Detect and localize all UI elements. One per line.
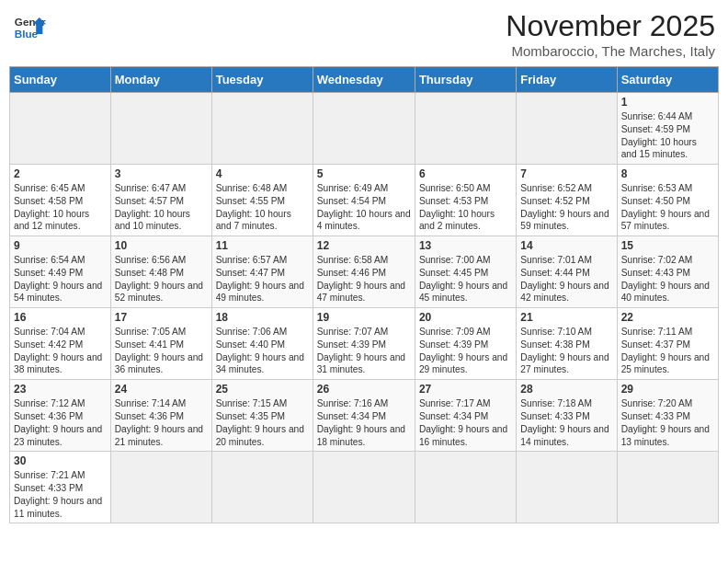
calendar-cell: 16Sunrise: 7:04 AM Sunset: 4:42 PM Dayli… bbox=[10, 308, 111, 380]
day-number: 23 bbox=[14, 383, 107, 396]
day-number: 8 bbox=[621, 167, 714, 180]
calendar-cell: 2Sunrise: 6:45 AM Sunset: 4:58 PM Daylig… bbox=[10, 165, 111, 236]
calendar-week-4: 16Sunrise: 7:04 AM Sunset: 4:42 PM Dayli… bbox=[10, 308, 719, 380]
calendar-cell bbox=[517, 452, 617, 523]
day-number: 15 bbox=[621, 239, 714, 252]
calendar-cell bbox=[10, 93, 111, 165]
calendar-cell: 10Sunrise: 6:56 AM Sunset: 4:48 PM Dayli… bbox=[110, 236, 211, 308]
day-number: 26 bbox=[317, 383, 411, 396]
location-subtitle: Mombaroccio, The Marches, Italy bbox=[506, 43, 715, 59]
calendar-cell bbox=[313, 452, 415, 523]
day-content: Sunrise: 6:47 AM Sunset: 4:57 PM Dayligh… bbox=[115, 182, 208, 233]
day-number: 2 bbox=[14, 167, 107, 180]
calendar-cell: 13Sunrise: 7:00 AM Sunset: 4:45 PM Dayli… bbox=[415, 236, 516, 308]
calendar-table: SundayMondayTuesdayWednesdayThursdayFrid… bbox=[9, 66, 719, 523]
day-number: 16 bbox=[14, 311, 107, 324]
title-area: November 2025 Mombaroccio, The Marches, … bbox=[506, 9, 715, 59]
calendar-cell bbox=[415, 93, 516, 165]
day-content: Sunrise: 6:50 AM Sunset: 4:53 PM Dayligh… bbox=[419, 182, 512, 233]
day-number: 28 bbox=[520, 383, 612, 396]
calendar-cell: 19Sunrise: 7:07 AM Sunset: 4:39 PM Dayli… bbox=[313, 308, 415, 380]
calendar-week-6: 30Sunrise: 7:21 AM Sunset: 4:33 PM Dayli… bbox=[10, 452, 719, 523]
day-content: Sunrise: 6:54 AM Sunset: 4:49 PM Dayligh… bbox=[14, 254, 107, 304]
day-content: Sunrise: 7:15 AM Sunset: 4:35 PM Dayligh… bbox=[216, 397, 309, 448]
calendar-cell: 9Sunrise: 6:54 AM Sunset: 4:49 PM Daylig… bbox=[10, 236, 111, 308]
day-content: Sunrise: 6:52 AM Sunset: 4:52 PM Dayligh… bbox=[520, 182, 612, 233]
day-content: Sunrise: 7:04 AM Sunset: 4:42 PM Dayligh… bbox=[14, 326, 107, 376]
day-content: Sunrise: 6:45 AM Sunset: 4:58 PM Dayligh… bbox=[14, 182, 107, 233]
weekday-header-saturday: Saturday bbox=[617, 67, 718, 93]
calendar-cell: 17Sunrise: 7:05 AM Sunset: 4:41 PM Dayli… bbox=[110, 308, 211, 380]
day-number: 10 bbox=[115, 239, 208, 252]
day-content: Sunrise: 7:02 AM Sunset: 4:43 PM Dayligh… bbox=[621, 254, 714, 304]
day-content: Sunrise: 7:18 AM Sunset: 4:33 PM Dayligh… bbox=[520, 397, 612, 448]
calendar-cell bbox=[415, 452, 516, 523]
calendar-cell bbox=[617, 452, 718, 523]
logo-icon: General Blue bbox=[13, 9, 46, 42]
day-number: 21 bbox=[520, 311, 612, 324]
weekday-header-monday: Monday bbox=[110, 67, 211, 93]
calendar-week-3: 9Sunrise: 6:54 AM Sunset: 4:49 PM Daylig… bbox=[10, 236, 719, 308]
day-number: 5 bbox=[317, 167, 411, 180]
day-content: Sunrise: 7:16 AM Sunset: 4:34 PM Dayligh… bbox=[317, 397, 411, 448]
day-number: 24 bbox=[115, 383, 208, 396]
calendar-cell: 23Sunrise: 7:12 AM Sunset: 4:36 PM Dayli… bbox=[10, 380, 111, 452]
weekday-header-tuesday: Tuesday bbox=[211, 67, 313, 93]
calendar-cell: 15Sunrise: 7:02 AM Sunset: 4:43 PM Dayli… bbox=[617, 236, 718, 308]
day-number: 13 bbox=[419, 239, 512, 252]
calendar-cell: 12Sunrise: 6:58 AM Sunset: 4:46 PM Dayli… bbox=[313, 236, 415, 308]
calendar-week-5: 23Sunrise: 7:12 AM Sunset: 4:36 PM Dayli… bbox=[10, 380, 719, 452]
calendar-cell: 8Sunrise: 6:53 AM Sunset: 4:50 PM Daylig… bbox=[617, 165, 718, 236]
day-content: Sunrise: 6:48 AM Sunset: 4:55 PM Dayligh… bbox=[216, 182, 309, 233]
calendar-cell: 5Sunrise: 6:49 AM Sunset: 4:54 PM Daylig… bbox=[313, 165, 415, 236]
day-number: 1 bbox=[621, 96, 714, 109]
weekday-header-sunday: Sunday bbox=[10, 67, 111, 93]
weekday-header-wednesday: Wednesday bbox=[313, 67, 415, 93]
calendar-cell: 18Sunrise: 7:06 AM Sunset: 4:40 PM Dayli… bbox=[211, 308, 313, 380]
day-number: 12 bbox=[317, 239, 411, 252]
calendar-week-2: 2Sunrise: 6:45 AM Sunset: 4:58 PM Daylig… bbox=[10, 165, 719, 236]
day-number: 18 bbox=[216, 311, 309, 324]
day-content: Sunrise: 7:09 AM Sunset: 4:39 PM Dayligh… bbox=[419, 326, 512, 376]
calendar-cell: 21Sunrise: 7:10 AM Sunset: 4:38 PM Dayli… bbox=[517, 308, 617, 380]
calendar-cell: 22Sunrise: 7:11 AM Sunset: 4:37 PM Dayli… bbox=[617, 308, 718, 380]
day-content: Sunrise: 7:21 AM Sunset: 4:33 PM Dayligh… bbox=[14, 469, 107, 520]
day-content: Sunrise: 6:57 AM Sunset: 4:47 PM Dayligh… bbox=[216, 254, 309, 304]
day-number: 22 bbox=[621, 311, 714, 324]
calendar-cell: 14Sunrise: 7:01 AM Sunset: 4:44 PM Dayli… bbox=[517, 236, 617, 308]
day-number: 30 bbox=[14, 454, 107, 467]
day-content: Sunrise: 6:44 AM Sunset: 4:59 PM Dayligh… bbox=[621, 110, 714, 161]
calendar-cell: 27Sunrise: 7:17 AM Sunset: 4:34 PM Dayli… bbox=[415, 380, 516, 452]
calendar-cell: 4Sunrise: 6:48 AM Sunset: 4:55 PM Daylig… bbox=[211, 165, 313, 236]
day-content: Sunrise: 7:06 AM Sunset: 4:40 PM Dayligh… bbox=[216, 326, 309, 376]
day-number: 11 bbox=[216, 239, 309, 252]
day-number: 17 bbox=[115, 311, 208, 324]
day-content: Sunrise: 7:20 AM Sunset: 4:33 PM Dayligh… bbox=[621, 397, 714, 448]
day-content: Sunrise: 7:14 AM Sunset: 4:36 PM Dayligh… bbox=[115, 397, 208, 448]
calendar-cell: 30Sunrise: 7:21 AM Sunset: 4:33 PM Dayli… bbox=[10, 452, 111, 523]
month-title: November 2025 bbox=[506, 9, 715, 43]
calendar-cell: 6Sunrise: 6:50 AM Sunset: 4:53 PM Daylig… bbox=[415, 165, 516, 236]
calendar-cell bbox=[211, 452, 313, 523]
day-number: 7 bbox=[520, 167, 612, 180]
day-content: Sunrise: 7:00 AM Sunset: 4:45 PM Dayligh… bbox=[419, 254, 512, 304]
day-content: Sunrise: 6:58 AM Sunset: 4:46 PM Dayligh… bbox=[317, 254, 411, 304]
weekday-header-thursday: Thursday bbox=[415, 67, 516, 93]
calendar-cell: 26Sunrise: 7:16 AM Sunset: 4:34 PM Dayli… bbox=[313, 380, 415, 452]
day-content: Sunrise: 7:05 AM Sunset: 4:41 PM Dayligh… bbox=[115, 326, 208, 376]
calendar-cell: 28Sunrise: 7:18 AM Sunset: 4:33 PM Dayli… bbox=[517, 380, 617, 452]
day-number: 27 bbox=[419, 383, 512, 396]
calendar-cell: 25Sunrise: 7:15 AM Sunset: 4:35 PM Dayli… bbox=[211, 380, 313, 452]
logo: General Blue bbox=[13, 9, 46, 42]
day-number: 14 bbox=[520, 239, 612, 252]
day-number: 9 bbox=[14, 239, 107, 252]
calendar-cell: 24Sunrise: 7:14 AM Sunset: 4:36 PM Dayli… bbox=[110, 380, 211, 452]
calendar-cell: 7Sunrise: 6:52 AM Sunset: 4:52 PM Daylig… bbox=[517, 165, 617, 236]
calendar-cell: 11Sunrise: 6:57 AM Sunset: 4:47 PM Dayli… bbox=[211, 236, 313, 308]
weekday-header-friday: Friday bbox=[517, 67, 617, 93]
day-number: 4 bbox=[216, 167, 309, 180]
weekday-header-row: SundayMondayTuesdayWednesdayThursdayFrid… bbox=[10, 67, 719, 93]
calendar-cell bbox=[211, 93, 313, 165]
calendar-cell: 1Sunrise: 6:44 AM Sunset: 4:59 PM Daylig… bbox=[617, 93, 718, 165]
day-content: Sunrise: 7:12 AM Sunset: 4:36 PM Dayligh… bbox=[14, 397, 107, 448]
